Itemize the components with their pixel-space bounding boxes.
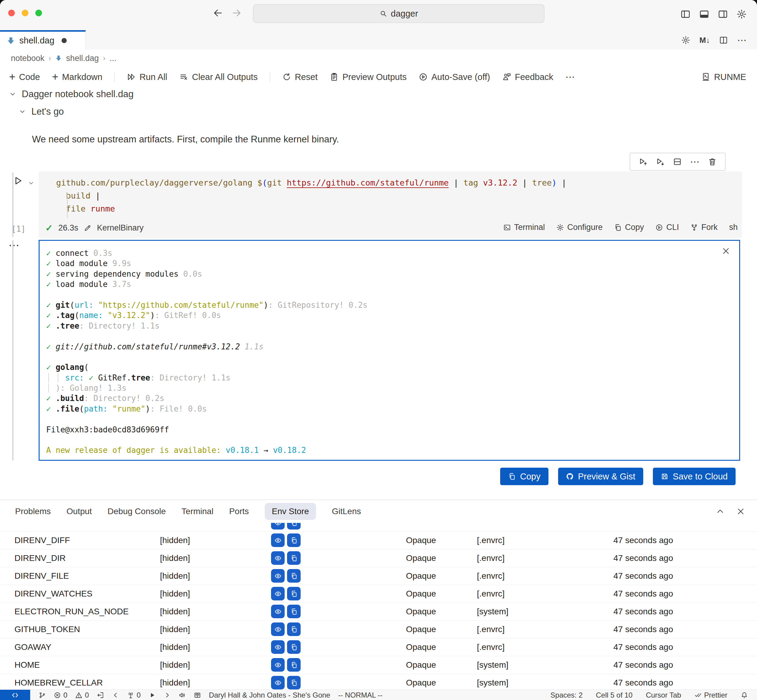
tab-shell-dag[interactable]: shell.dag: [0, 30, 86, 50]
cell-language[interactable]: sh: [729, 223, 738, 232]
reveal-value-button[interactable]: [271, 605, 285, 618]
copy-value-button[interactable]: [287, 533, 300, 547]
notebook-title-row[interactable]: Dagger notebook shell.dag: [9, 89, 134, 100]
cursor-tab-indicator[interactable]: Cursor Tab: [646, 691, 681, 699]
prettier-status[interactable]: Prettier: [694, 691, 727, 699]
add-markdown-cell-button[interactable]: + Markdown: [52, 72, 102, 82]
run-options-chevron-icon[interactable]: [28, 180, 34, 186]
cli-button[interactable]: CLI: [655, 223, 679, 232]
delete-cell-icon[interactable]: [708, 157, 717, 166]
search-input[interactable]: dagger: [253, 4, 544, 23]
reveal-value-button[interactable]: [271, 676, 285, 689]
breadcrumb-file[interactable]: shell.dag: [66, 54, 99, 63]
auto-save-toggle[interactable]: Auto-Save (off): [419, 72, 490, 82]
chevron-right-icon[interactable]: [164, 692, 171, 699]
copy-value-button[interactable]: [287, 587, 300, 600]
copy-output-button[interactable]: Copy: [500, 468, 549, 485]
settings-gear-icon[interactable]: [737, 9, 747, 19]
reset-button[interactable]: Reset: [282, 72, 318, 82]
open-as-markdown-icon[interactable]: M↓: [699, 36, 710, 45]
copy-value-button[interactable]: [287, 569, 300, 583]
reveal-value-button[interactable]: [271, 658, 285, 672]
reveal-value-button[interactable]: [271, 523, 285, 530]
execute-below-icon[interactable]: [655, 157, 665, 166]
code-line[interactable]: github.com/purpleclay/daggerverse/golang…: [56, 176, 566, 189]
cell-more-actions-icon[interactable]: ⋯: [690, 156, 700, 167]
reveal-value-button[interactable]: [271, 533, 285, 547]
preview-gist-button[interactable]: Preview & Gist: [558, 468, 643, 485]
clear-all-outputs-button[interactable]: Clear All Outputs: [179, 72, 258, 82]
close-window-button[interactable]: [8, 9, 15, 16]
panel-tab-gitlens[interactable]: GitLens: [332, 503, 361, 520]
vim-mode-indicator[interactable]: -- NORMAL --: [338, 691, 382, 699]
cell-code-editor[interactable]: github.com/purpleclay/daggerverse/golang…: [56, 176, 566, 215]
copy-value-button[interactable]: [287, 622, 300, 636]
split-editor-icon[interactable]: [719, 36, 728, 45]
run-all-button[interactable]: Run All: [127, 72, 167, 82]
reader-icon[interactable]: [194, 692, 201, 699]
copy-cell-button[interactable]: Copy: [614, 223, 644, 232]
panel-tab-problems[interactable]: Problems: [15, 503, 51, 520]
panel-tab-output[interactable]: Output: [66, 503, 92, 520]
panel-tab-terminal[interactable]: Terminal: [181, 503, 213, 520]
reveal-value-button[interactable]: [271, 587, 285, 600]
fork-button[interactable]: Fork: [690, 223, 718, 232]
configure-button[interactable]: Configure: [556, 223, 602, 232]
copy-value-button[interactable]: [287, 640, 300, 654]
bell-icon[interactable]: [741, 692, 748, 699]
more-actions-icon[interactable]: ⋯: [737, 34, 747, 46]
remote-indicator[interactable]: [0, 690, 30, 700]
panel-tab-ports[interactable]: Ports: [229, 503, 249, 520]
pencil-icon[interactable]: [84, 224, 91, 232]
feedback-button[interactable]: Feedback: [502, 72, 553, 82]
reveal-value-button[interactable]: [271, 640, 285, 654]
section-heading-row[interactable]: Let's go: [19, 106, 64, 117]
chevron-left-icon[interactable]: [112, 692, 119, 699]
copy-value-button[interactable]: [287, 676, 300, 689]
source-control-graph-icon[interactable]: [39, 692, 46, 699]
reveal-value-button[interactable]: [271, 622, 285, 636]
close-panel-icon[interactable]: [737, 507, 745, 516]
zoom-window-button[interactable]: [35, 9, 42, 16]
copy-value-button[interactable]: [287, 551, 300, 565]
copy-value-button[interactable]: [287, 658, 300, 672]
add-code-cell-button[interactable]: + Code: [9, 72, 40, 82]
problems-errors[interactable]: 0: [54, 691, 67, 699]
problems-warnings[interactable]: 0: [75, 691, 89, 699]
broadcast-ports[interactable]: 0: [127, 691, 141, 699]
history-forward-button[interactable]: [231, 8, 242, 18]
play-icon[interactable]: [149, 692, 156, 699]
maximize-panel-icon[interactable]: [716, 507, 724, 516]
code-line[interactable]: build |: [56, 189, 566, 202]
cell-position-indicator[interactable]: Cell 5 of 10: [596, 691, 632, 699]
breadcrumb-more[interactable]: ...: [109, 54, 117, 63]
toggle-primary-sidebar-icon[interactable]: [680, 9, 691, 19]
history-back-button[interactable]: [213, 8, 223, 18]
reveal-value-button[interactable]: [271, 569, 285, 583]
output-more-actions-icon[interactable]: ⋯: [8, 239, 20, 252]
now-playing-title[interactable]: Daryl Hall & John Oates - She's Gone: [209, 691, 330, 699]
split-cell-icon[interactable]: [673, 157, 682, 166]
breadcrumb-notebook[interactable]: notebook: [11, 54, 44, 63]
panel-tab-env-store[interactable]: Env Store: [265, 503, 316, 520]
save-to-cloud-button[interactable]: Save to Cloud: [653, 468, 735, 485]
panel-tab-debug-console[interactable]: Debug Console: [108, 503, 166, 520]
toggle-panel-icon[interactable]: [699, 9, 709, 19]
speaker-icon[interactable]: [179, 692, 186, 699]
preview-outputs-button[interactable]: Preview Outputs: [330, 72, 407, 82]
cell-name[interactable]: KernelBinary: [97, 223, 144, 233]
code-line[interactable]: file runme: [56, 202, 566, 215]
chevron-down-icon[interactable]: [9, 91, 16, 98]
chevron-down-icon[interactable]: [19, 108, 26, 115]
copy-value-button[interactable]: [287, 523, 300, 530]
execute-above-icon[interactable]: [638, 157, 648, 166]
close-output-icon[interactable]: [722, 247, 730, 255]
reveal-value-button[interactable]: [271, 551, 285, 565]
notebook-settings-gear-icon[interactable]: [681, 36, 690, 45]
toggle-secondary-sidebar-icon[interactable]: [718, 9, 728, 19]
exit-door-icon[interactable]: [97, 692, 104, 699]
terminal-button[interactable]: Terminal: [503, 223, 545, 232]
copy-value-button[interactable]: [287, 605, 300, 618]
toolbar-more-icon[interactable]: ⋯: [565, 71, 575, 83]
modified-dot-icon[interactable]: [62, 38, 67, 43]
